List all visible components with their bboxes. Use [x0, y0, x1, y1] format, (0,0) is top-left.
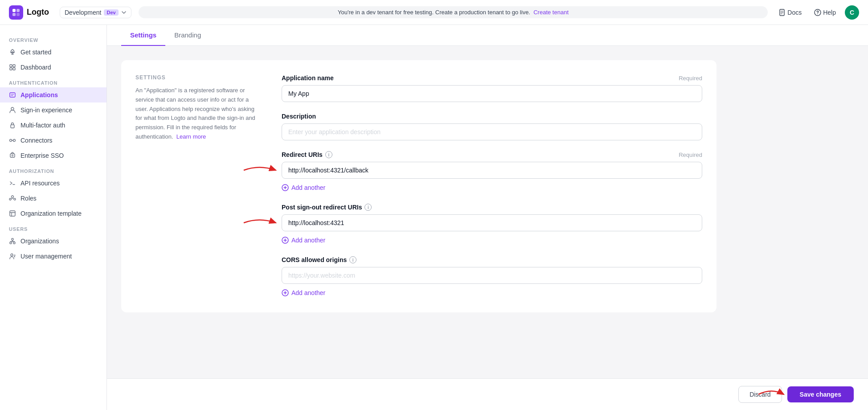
help-button[interactable]: Help	[811, 7, 839, 18]
action-buttons: Discard Save changes	[738, 386, 854, 403]
settings-description-area: SETTINGS An "Application" is a registere…	[135, 74, 260, 298]
template-icon	[9, 210, 16, 217]
add-another-cors-button[interactable]: Add another	[282, 287, 702, 298]
content-area: SETTINGS An "Application" is a registere…	[107, 46, 731, 327]
redirect-uris-info-icon[interactable]: i	[325, 151, 332, 158]
sidebar-section-overview: OVERVIEW	[0, 32, 106, 45]
discard-button[interactable]: Discard	[738, 386, 782, 403]
post-signout-field-group: Post sign-out redirect URIs i	[282, 204, 702, 246]
svg-rect-10	[10, 68, 12, 70]
docs-button[interactable]: Docs	[775, 7, 805, 18]
svg-point-26	[11, 254, 13, 256]
sidebar-item-label: Enterprise SSO	[20, 152, 64, 159]
add-another-redirect-button[interactable]: Add another	[282, 182, 702, 193]
bottom-bar: Discard Save changes	[107, 378, 868, 410]
post-signout-info-icon[interactable]: i	[364, 204, 372, 211]
logo-area: Logto	[9, 5, 49, 20]
svg-point-6	[818, 13, 818, 14]
sidebar-section-authorization: AUTHORIZATION	[0, 163, 106, 176]
sidebar-item-organizations[interactable]: Organizations	[0, 234, 106, 249]
sidebar-item-dashboard[interactable]: Dashboard	[0, 60, 106, 75]
sidebar-item-api-resources[interactable]: API resources	[0, 176, 106, 191]
settings-panel: SETTINGS An "Application" is a registere…	[121, 60, 717, 312]
logo-text: Logto	[27, 8, 49, 17]
description-label: Description	[282, 113, 316, 120]
sidebar-item-enterprise-sso[interactable]: Enterprise SSO	[0, 148, 106, 163]
sidebar-item-applications[interactable]: Applications	[0, 87, 106, 102]
svg-point-16	[13, 139, 16, 142]
enterprise-icon	[9, 152, 16, 159]
tabs-bar: Settings Branding	[107, 25, 868, 46]
topbar: Logto Development Dev You're in a dev te…	[0, 0, 868, 25]
svg-rect-2	[12, 13, 16, 16]
notice-bar: You're in a dev tenant for free testing.…	[139, 6, 768, 18]
docs-icon	[778, 9, 786, 16]
sidebar-item-label: Organization template	[20, 210, 82, 217]
sidebar-item-label: API resources	[20, 180, 60, 187]
cors-info-icon[interactable]: i	[349, 256, 356, 263]
tenant-name: Development	[65, 9, 102, 16]
topbar-actions: Docs Help C	[775, 5, 859, 20]
dashboard-icon	[9, 64, 16, 71]
notice-text: You're in a dev tenant for free testing.…	[338, 9, 530, 16]
sign-in-icon	[9, 107, 16, 114]
redirect-uris-label: Redirect URIs i	[282, 151, 332, 158]
cors-field-group: CORS allowed origins i Add anoth	[282, 256, 702, 298]
organizations-icon	[9, 238, 16, 245]
svg-rect-3	[16, 13, 20, 16]
lock-icon	[9, 122, 16, 129]
sidebar-item-sign-in[interactable]: Sign-in experience	[0, 102, 106, 118]
svg-point-19	[12, 196, 14, 198]
learn-more-link[interactable]: Learn more	[176, 133, 206, 140]
redirect-uri-row	[282, 162, 702, 179]
svg-point-21	[14, 198, 16, 200]
description-input[interactable]	[282, 123, 702, 140]
user-avatar[interactable]: C	[845, 5, 859, 20]
app-name-field-group: Application name Required	[282, 74, 702, 102]
save-button-wrapper: Save changes	[787, 386, 854, 402]
sidebar-section-authentication: AUTHENTICATION	[0, 75, 106, 87]
svg-rect-17	[10, 154, 15, 157]
app-name-required: Required	[679, 75, 702, 82]
create-tenant-link[interactable]: Create tenant	[533, 9, 569, 16]
cors-label-row: CORS allowed origins i	[282, 256, 702, 263]
sidebar-item-label: Roles	[20, 195, 37, 202]
applications-icon	[9, 91, 16, 98]
post-signout-input[interactable]	[282, 214, 702, 231]
sidebar-item-label: Organizations	[20, 238, 59, 245]
plus-circle-icon-2	[282, 237, 289, 244]
sidebar-item-roles[interactable]: Roles	[0, 191, 106, 206]
plus-circle-icon	[282, 184, 289, 191]
tab-branding[interactable]: Branding	[165, 25, 210, 46]
tab-settings[interactable]: Settings	[121, 25, 165, 46]
svg-point-13	[11, 107, 14, 110]
sidebar-item-org-template[interactable]: Organization template	[0, 206, 106, 221]
save-changes-button[interactable]: Save changes	[787, 386, 854, 402]
sidebar-item-get-started[interactable]: Get started	[0, 45, 106, 60]
tenant-switcher[interactable]: Development Dev	[60, 7, 131, 18]
svg-rect-0	[12, 9, 16, 12]
sidebar-item-user-management[interactable]: User management	[0, 249, 106, 264]
sidebar-item-mfa[interactable]: Multi-factor auth	[0, 118, 106, 133]
redirect-uri-input[interactable]	[282, 162, 702, 179]
svg-rect-22	[10, 211, 15, 216]
svg-point-20	[9, 198, 11, 200]
svg-point-18	[12, 155, 13, 156]
section-title: SETTINGS	[135, 74, 260, 81]
description-field-group: Description	[282, 113, 702, 140]
svg-rect-1	[16, 9, 20, 12]
sidebar-item-connectors[interactable]: Connectors	[0, 133, 106, 148]
help-icon	[814, 9, 821, 16]
app-name-input[interactable]	[282, 85, 702, 102]
section-description: An "Application" is a registered softwar…	[135, 86, 260, 142]
description-label-row: Description	[282, 113, 702, 120]
svg-rect-9	[13, 65, 15, 67]
cors-input[interactable]	[282, 267, 702, 284]
svg-point-15	[10, 139, 12, 142]
sidebar-item-label: Dashboard	[20, 64, 51, 71]
add-another-post-signout-button[interactable]: Add another	[282, 235, 702, 246]
redirect-uris-field-group: Redirect URIs i Required	[282, 151, 702, 193]
svg-rect-8	[10, 65, 12, 67]
sidebar-item-label: User management	[20, 253, 72, 260]
post-signout-uri-row	[282, 214, 702, 231]
